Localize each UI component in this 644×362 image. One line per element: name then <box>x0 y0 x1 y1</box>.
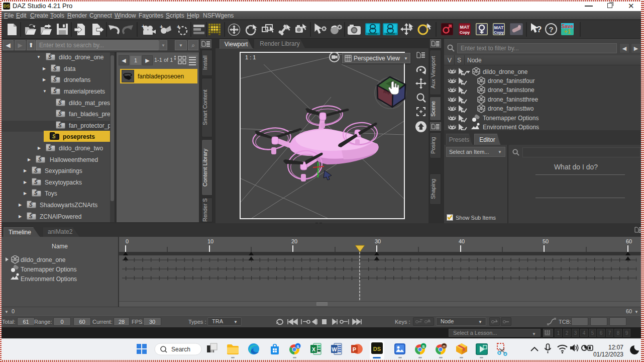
svg-text:Copy: Copy <box>460 30 470 35</box>
svg-text:12:07: 12:07 <box>608 344 623 351</box>
svg-text:?: ? <box>549 25 553 34</box>
svg-text:MAT: MAT <box>494 25 504 30</box>
svg-text:30: 30 <box>375 238 381 244</box>
svg-text:X: X <box>312 346 316 352</box>
svg-text:Environment Options: Environment Options <box>21 276 77 283</box>
svg-text:drone_faninstthree: drone_faninstthree <box>488 96 538 103</box>
svg-text:10: 10 <box>207 238 213 244</box>
svg-text:drone_faninstfour: drone_faninstfour <box>488 77 534 84</box>
svg-text:+: + <box>177 24 180 30</box>
svg-text:MAT: MAT <box>460 25 470 30</box>
svg-text:S: S <box>422 344 425 349</box>
svg-text:Tonemapper Options: Tonemapper Options <box>21 266 76 273</box>
svg-text:01/12/2023: 01/12/2023 <box>593 351 623 358</box>
svg-text:dildo_drone_one: dildo_drone_one <box>483 68 528 75</box>
svg-text:Environment Options: Environment Options <box>483 124 539 130</box>
svg-text:S: S <box>296 344 299 349</box>
svg-text:+: + <box>142 23 145 29</box>
svg-text:DS: DS <box>373 346 381 352</box>
svg-text:60: 60 <box>626 238 632 244</box>
svg-text:+: + <box>160 24 163 30</box>
svg-text:P: P <box>353 346 356 352</box>
svg-text:?: ? <box>536 25 542 34</box>
svg-text:Tonemapper Options: Tonemapper Options <box>483 115 539 122</box>
svg-text:20: 20 <box>291 238 297 244</box>
svg-text:0: 0 <box>126 238 129 244</box>
svg-text:drone_faninstone: drone_faninstone <box>488 86 534 94</box>
svg-text:Copy: Copy <box>494 30 504 35</box>
svg-text:drone_faninsttwo: drone_faninsttwo <box>488 105 534 112</box>
svg-text:50: 50 <box>543 238 549 244</box>
svg-text:W: W <box>332 346 337 352</box>
svg-text:dildo_drone_one: dildo_drone_one <box>21 256 66 263</box>
svg-text:40: 40 <box>459 238 465 244</box>
svg-text:Search: Search <box>171 346 190 353</box>
